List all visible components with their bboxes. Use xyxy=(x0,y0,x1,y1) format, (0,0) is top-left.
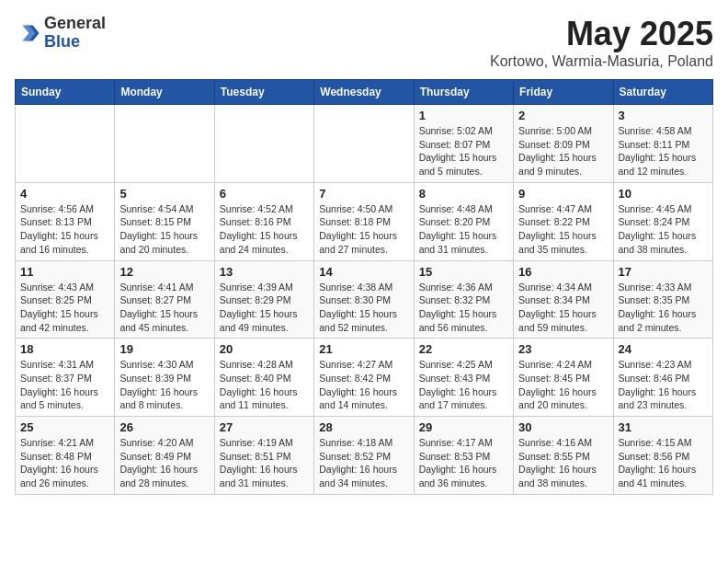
logo-icon xyxy=(15,20,40,46)
calendar-cell: 14Sunrise: 4:38 AM Sunset: 8:30 PM Dayli… xyxy=(314,260,414,339)
day-number: 11 xyxy=(20,265,109,279)
day-detail: Sunrise: 4:50 AM Sunset: 8:18 PM Dayligh… xyxy=(319,202,408,257)
calendar-cell: 31Sunrise: 4:15 AM Sunset: 8:56 PM Dayli… xyxy=(613,417,712,495)
day-number: 21 xyxy=(319,342,408,356)
day-number: 8 xyxy=(419,187,508,201)
day-number: 20 xyxy=(220,342,309,356)
calendar-cell: 16Sunrise: 4:34 AM Sunset: 8:34 PM Dayli… xyxy=(514,260,613,339)
day-detail: Sunrise: 4:58 AM Sunset: 8:11 PM Dayligh… xyxy=(619,124,708,178)
calendar-cell: 28Sunrise: 4:18 AM Sunset: 8:52 PM Dayli… xyxy=(314,417,414,495)
day-detail: Sunrise: 4:30 AM Sunset: 8:39 PM Dayligh… xyxy=(119,358,209,412)
week-row-4: 18Sunrise: 4:31 AM Sunset: 8:37 PM Dayli… xyxy=(16,339,713,417)
day-detail: Sunrise: 4:54 AM Sunset: 8:15 PM Dayligh… xyxy=(119,202,209,257)
day-header-thursday: Thursday xyxy=(414,80,513,105)
day-number: 2 xyxy=(518,109,608,122)
day-detail: Sunrise: 4:38 AM Sunset: 8:30 PM Dayligh… xyxy=(319,281,408,335)
calendar-cell xyxy=(214,105,313,183)
day-number: 7 xyxy=(319,187,408,201)
calendar-cell: 23Sunrise: 4:24 AM Sunset: 8:45 PM Dayli… xyxy=(514,339,613,417)
day-detail: Sunrise: 4:52 AM Sunset: 8:16 PM Dayligh… xyxy=(220,202,309,257)
calendar-cell xyxy=(115,105,214,183)
day-detail: Sunrise: 4:20 AM Sunset: 8:49 PM Dayligh… xyxy=(119,436,209,490)
calendar-cell: 18Sunrise: 4:31 AM Sunset: 8:37 PM Dayli… xyxy=(16,339,115,417)
day-number: 16 xyxy=(518,265,608,279)
day-number: 30 xyxy=(518,420,608,434)
day-number: 28 xyxy=(319,420,408,434)
calendar-cell: 19Sunrise: 4:30 AM Sunset: 8:39 PM Dayli… xyxy=(115,339,214,417)
day-header-friday: Friday xyxy=(514,80,613,105)
day-detail: Sunrise: 4:17 AM Sunset: 8:53 PM Dayligh… xyxy=(419,436,508,490)
day-detail: Sunrise: 4:23 AM Sunset: 8:46 PM Dayligh… xyxy=(619,358,708,412)
day-detail: Sunrise: 4:33 AM Sunset: 8:35 PM Dayligh… xyxy=(619,281,708,335)
day-number: 18 xyxy=(20,342,109,356)
calendar-cell: 29Sunrise: 4:17 AM Sunset: 8:53 PM Dayli… xyxy=(414,417,513,495)
day-header-monday: Monday xyxy=(115,80,214,105)
day-detail: Sunrise: 5:00 AM Sunset: 8:09 PM Dayligh… xyxy=(518,124,608,178)
calendar-cell: 11Sunrise: 4:43 AM Sunset: 8:25 PM Dayli… xyxy=(16,260,115,339)
day-number: 13 xyxy=(220,265,309,279)
day-number: 27 xyxy=(220,420,309,434)
day-number: 1 xyxy=(419,109,508,122)
day-number: 17 xyxy=(619,265,708,279)
calendar-cell xyxy=(314,105,414,183)
day-number: 3 xyxy=(619,109,708,122)
day-detail: Sunrise: 4:41 AM Sunset: 8:27 PM Dayligh… xyxy=(119,281,209,335)
title-block: May 2025 Kortowo, Warmia-Masuria, Poland xyxy=(490,15,713,70)
day-number: 26 xyxy=(119,420,209,434)
calendar-cell: 24Sunrise: 4:23 AM Sunset: 8:46 PM Dayli… xyxy=(613,339,712,417)
day-detail: Sunrise: 4:28 AM Sunset: 8:40 PM Dayligh… xyxy=(220,358,309,412)
calendar-cell: 13Sunrise: 4:39 AM Sunset: 8:29 PM Dayli… xyxy=(214,260,313,339)
calendar-cell: 4Sunrise: 4:56 AM Sunset: 8:13 PM Daylig… xyxy=(16,182,115,260)
calendar-cell xyxy=(16,105,115,183)
day-detail: Sunrise: 4:18 AM Sunset: 8:52 PM Dayligh… xyxy=(319,436,408,490)
page-header: General Blue May 2025 Kortowo, Warmia-Ma… xyxy=(15,15,713,70)
day-number: 19 xyxy=(119,342,209,356)
calendar-cell: 10Sunrise: 4:45 AM Sunset: 8:24 PM Dayli… xyxy=(613,182,712,260)
calendar-cell: 21Sunrise: 4:27 AM Sunset: 8:42 PM Dayli… xyxy=(314,339,414,417)
week-row-2: 4Sunrise: 4:56 AM Sunset: 8:13 PM Daylig… xyxy=(16,182,713,260)
week-row-5: 25Sunrise: 4:21 AM Sunset: 8:48 PM Dayli… xyxy=(16,417,713,495)
day-header-sunday: Sunday xyxy=(16,80,115,105)
day-detail: Sunrise: 4:31 AM Sunset: 8:37 PM Dayligh… xyxy=(20,358,109,412)
day-number: 12 xyxy=(119,265,209,279)
day-number: 25 xyxy=(20,420,109,434)
day-detail: Sunrise: 4:19 AM Sunset: 8:51 PM Dayligh… xyxy=(220,436,309,490)
day-detail: Sunrise: 5:02 AM Sunset: 8:07 PM Dayligh… xyxy=(419,124,508,178)
calendar-cell: 20Sunrise: 4:28 AM Sunset: 8:40 PM Dayli… xyxy=(214,339,313,417)
logo: General Blue xyxy=(15,15,106,52)
day-detail: Sunrise: 4:36 AM Sunset: 8:32 PM Dayligh… xyxy=(419,281,508,335)
day-detail: Sunrise: 4:43 AM Sunset: 8:25 PM Dayligh… xyxy=(20,281,109,335)
day-number: 5 xyxy=(119,187,209,201)
day-detail: Sunrise: 4:21 AM Sunset: 8:48 PM Dayligh… xyxy=(20,436,109,490)
day-header-wednesday: Wednesday xyxy=(314,80,414,105)
calendar-cell: 3Sunrise: 4:58 AM Sunset: 8:11 PM Daylig… xyxy=(613,105,712,183)
day-number: 10 xyxy=(619,187,708,201)
calendar-table: SundayMondayTuesdayWednesdayThursdayFrid… xyxy=(15,79,713,495)
day-number: 14 xyxy=(319,265,408,279)
calendar-cell: 9Sunrise: 4:47 AM Sunset: 8:22 PM Daylig… xyxy=(514,182,613,260)
calendar-cell: 7Sunrise: 4:50 AM Sunset: 8:18 PM Daylig… xyxy=(314,182,414,260)
logo-general-text: General xyxy=(44,15,106,33)
day-detail: Sunrise: 4:56 AM Sunset: 8:13 PM Dayligh… xyxy=(20,202,109,257)
day-detail: Sunrise: 4:16 AM Sunset: 8:55 PM Dayligh… xyxy=(518,436,608,490)
calendar-cell: 1Sunrise: 5:02 AM Sunset: 8:07 PM Daylig… xyxy=(414,105,513,183)
day-number: 6 xyxy=(220,187,309,201)
logo-blue-text: Blue xyxy=(44,33,106,52)
day-detail: Sunrise: 4:25 AM Sunset: 8:43 PM Dayligh… xyxy=(419,358,508,412)
calendar-cell: 17Sunrise: 4:33 AM Sunset: 8:35 PM Dayli… xyxy=(613,260,712,339)
week-row-3: 11Sunrise: 4:43 AM Sunset: 8:25 PM Dayli… xyxy=(16,260,713,339)
day-number: 22 xyxy=(419,342,508,356)
day-header-saturday: Saturday xyxy=(613,80,712,105)
day-detail: Sunrise: 4:39 AM Sunset: 8:29 PM Dayligh… xyxy=(220,281,309,335)
day-detail: Sunrise: 4:27 AM Sunset: 8:42 PM Dayligh… xyxy=(319,358,408,412)
day-detail: Sunrise: 4:47 AM Sunset: 8:22 PM Dayligh… xyxy=(518,202,608,257)
day-number: 23 xyxy=(518,342,608,356)
day-detail: Sunrise: 4:48 AM Sunset: 8:20 PM Dayligh… xyxy=(419,202,508,257)
day-detail: Sunrise: 4:45 AM Sunset: 8:24 PM Dayligh… xyxy=(619,202,708,257)
calendar-cell: 5Sunrise: 4:54 AM Sunset: 8:15 PM Daylig… xyxy=(115,182,214,260)
day-detail: Sunrise: 4:34 AM Sunset: 8:34 PM Dayligh… xyxy=(518,281,608,335)
calendar-cell: 26Sunrise: 4:20 AM Sunset: 8:49 PM Dayli… xyxy=(115,417,214,495)
calendar-cell: 22Sunrise: 4:25 AM Sunset: 8:43 PM Dayli… xyxy=(414,339,513,417)
day-number: 4 xyxy=(20,187,109,201)
calendar-cell: 15Sunrise: 4:36 AM Sunset: 8:32 PM Dayli… xyxy=(414,260,513,339)
